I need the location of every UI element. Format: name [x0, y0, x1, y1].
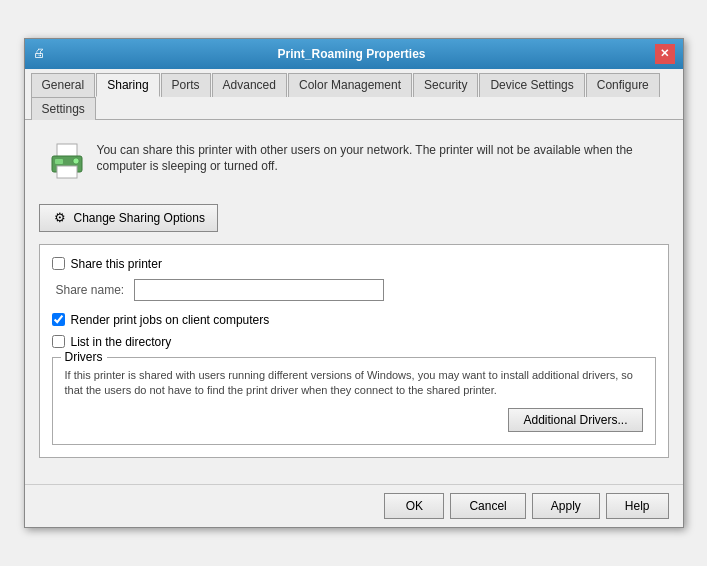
main-window: 🖨 Print_Roaming Properties ✕ General Sha…: [24, 38, 684, 529]
list-directory-label: List in the directory: [71, 335, 172, 349]
svg-point-4: [73, 158, 79, 164]
tab-general[interactable]: General: [31, 73, 96, 97]
render-jobs-row: Render print jobs on client computers: [52, 313, 656, 327]
help-button[interactable]: Help: [606, 493, 669, 519]
list-directory-row: List in the directory: [52, 335, 656, 349]
printer-icon: [47, 142, 87, 182]
tab-bar: General Sharing Ports Advanced Color Man…: [25, 69, 683, 120]
render-jobs-label: Render print jobs on client computers: [71, 313, 270, 327]
share-printer-row: Share this printer: [52, 257, 656, 271]
share-name-label: Share name:: [56, 283, 126, 297]
share-name-input[interactable]: [134, 279, 384, 301]
share-printer-label: Share this printer: [71, 257, 162, 271]
svg-rect-3: [55, 159, 63, 164]
drivers-btn-row: Additional Drivers...: [65, 408, 643, 432]
tab-configure[interactable]: Configure: [586, 73, 660, 97]
window-title: Print_Roaming Properties: [49, 47, 655, 61]
close-button[interactable]: ✕: [655, 44, 675, 64]
gear-icon: ⚙: [52, 210, 68, 226]
apply-button[interactable]: Apply: [532, 493, 600, 519]
svg-rect-2: [57, 166, 77, 178]
drivers-title: Drivers: [61, 350, 107, 364]
title-bar: 🖨 Print_Roaming Properties ✕: [25, 39, 683, 69]
tab-ports[interactable]: Ports: [161, 73, 211, 97]
list-directory-checkbox[interactable]: [52, 335, 65, 348]
additional-drivers-button[interactable]: Additional Drivers...: [508, 408, 642, 432]
change-sharing-button[interactable]: ⚙ Change Sharing Options: [39, 204, 218, 232]
render-jobs-checkbox[interactable]: [52, 313, 65, 326]
title-bar-left: 🖨: [33, 46, 49, 62]
drivers-section: Drivers If this printer is shared with u…: [52, 357, 656, 446]
sharing-panel: Share this printer Share name: Render pr…: [39, 244, 669, 459]
tab-settings[interactable]: Settings: [31, 97, 96, 120]
ok-button[interactable]: OK: [384, 493, 444, 519]
tab-color-management[interactable]: Color Management: [288, 73, 412, 97]
info-text: You can share this printer with other us…: [97, 142, 661, 176]
cancel-button[interactable]: Cancel: [450, 493, 525, 519]
tab-security[interactable]: Security: [413, 73, 478, 97]
tab-advanced[interactable]: Advanced: [212, 73, 287, 97]
share-name-row: Share name:: [56, 279, 656, 301]
tab-device-settings[interactable]: Device Settings: [479, 73, 584, 97]
share-printer-checkbox[interactable]: [52, 257, 65, 270]
tab-content: You can share this printer with other us…: [25, 120, 683, 485]
window-icon: 🖨: [33, 46, 49, 62]
bottom-bar: OK Cancel Apply Help: [25, 484, 683, 527]
change-btn-label: Change Sharing Options: [74, 211, 205, 225]
drivers-description: If this printer is shared with users run…: [65, 368, 643, 399]
info-box: You can share this printer with other us…: [39, 134, 669, 190]
tab-sharing[interactable]: Sharing: [96, 73, 159, 97]
